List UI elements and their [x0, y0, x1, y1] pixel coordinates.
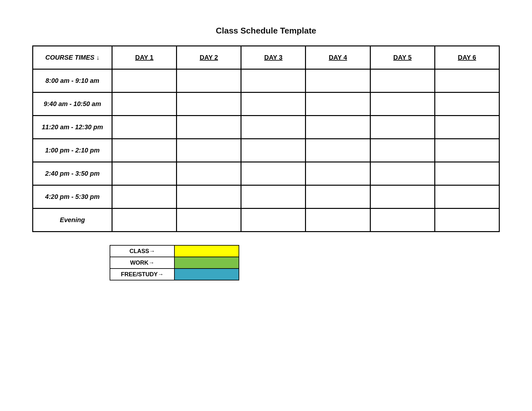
schedule-cell: [241, 209, 306, 232]
schedule-cell: [112, 93, 176, 116]
schedule-cell: [435, 93, 499, 116]
schedule-cell: [306, 93, 370, 116]
time-label: 11:20 am - 12:30 pm: [33, 116, 112, 139]
time-label: 4:20 pm - 5:30 pm: [33, 185, 112, 209]
schedule-cell: [370, 93, 435, 116]
schedule-cell: [241, 139, 306, 162]
day-header: DAY 5: [370, 46, 435, 69]
schedule-cell: [177, 162, 241, 185]
schedule-cell: [370, 162, 435, 185]
schedule-cell: [370, 139, 435, 162]
schedule-cell: [177, 69, 241, 93]
legend-row: CLASS→: [110, 245, 239, 257]
day-header: DAY 3: [241, 46, 306, 69]
schedule-cell: [112, 162, 176, 185]
schedule-cell: [306, 162, 370, 185]
schedule-cell: [435, 139, 499, 162]
time-label: 9:40 am - 10:50 am: [33, 93, 112, 116]
schedule-cell: [112, 69, 176, 93]
schedule-cell: [112, 116, 176, 139]
table-row: 8:00 am - 9:10 am: [33, 69, 499, 93]
schedule-cell: [370, 69, 435, 93]
schedule-cell: [306, 185, 370, 209]
schedule-cell: [112, 139, 176, 162]
table-row: 1:00 pm - 2:10 pm: [33, 139, 499, 162]
time-label: Evening: [33, 209, 112, 232]
schedule-cell: [435, 209, 499, 232]
table-row: Evening: [33, 209, 499, 232]
schedule-header-row: COURSE TIMES ↓ DAY 1 DAY 2 DAY 3 DAY 4 D…: [33, 46, 499, 69]
legend-swatch-free: [174, 269, 239, 280]
page-title: Class Schedule Template: [32, 26, 500, 36]
schedule-cell: [177, 116, 241, 139]
legend-swatch-class: [174, 245, 239, 257]
schedule-cell: [306, 69, 370, 93]
schedule-table: COURSE TIMES ↓ DAY 1 DAY 2 DAY 3 DAY 4 D…: [32, 45, 500, 232]
legend-row: WORK→: [110, 257, 239, 269]
schedule-cell: [112, 185, 176, 209]
schedule-cell: [241, 116, 306, 139]
legend-label-work: WORK→: [110, 257, 174, 269]
schedule-cell: [435, 162, 499, 185]
schedule-cell: [241, 69, 306, 93]
day-header: DAY 1: [112, 46, 176, 69]
table-row: 11:20 am - 12:30 pm: [33, 116, 499, 139]
schedule-cell: [177, 93, 241, 116]
schedule-cell: [241, 93, 306, 116]
table-row: 4:20 pm - 5:30 pm: [33, 185, 499, 209]
schedule-cell: [370, 209, 435, 232]
schedule-cell: [306, 139, 370, 162]
day-header: DAY 2: [177, 46, 241, 69]
legend-label-free: FREE/STUDY→: [110, 269, 174, 280]
schedule-cell: [241, 162, 306, 185]
schedule-body: 8:00 am - 9:10 am 9:40 am - 10:50 am 11:…: [33, 69, 499, 232]
time-label: 8:00 am - 9:10 am: [33, 69, 112, 93]
day-header: DAY 4: [306, 46, 370, 69]
schedule-cell: [435, 185, 499, 209]
legend-table: CLASS→ WORK→ FREE/STUDY→: [110, 245, 239, 280]
schedule-cell: [435, 116, 499, 139]
schedule-cell: [370, 116, 435, 139]
table-row: 2:40 pm - 3:50 pm: [33, 162, 499, 185]
schedule-cell: [435, 69, 499, 93]
schedule-cell: [241, 185, 306, 209]
time-label: 2:40 pm - 3:50 pm: [33, 162, 112, 185]
schedule-cell: [177, 139, 241, 162]
legend-row: FREE/STUDY→: [110, 269, 239, 280]
schedule-cell: [306, 116, 370, 139]
schedule-cell: [112, 209, 176, 232]
day-header: DAY 6: [435, 46, 499, 69]
table-row: 9:40 am - 10:50 am: [33, 93, 499, 116]
schedule-cell: [177, 209, 241, 232]
corner-header: COURSE TIMES ↓: [33, 46, 112, 69]
schedule-cell: [306, 209, 370, 232]
schedule-cell: [177, 185, 241, 209]
time-label: 1:00 pm - 2:10 pm: [33, 139, 112, 162]
legend-swatch-work: [174, 257, 239, 269]
legend-label-class: CLASS→: [110, 245, 174, 257]
schedule-cell: [370, 185, 435, 209]
